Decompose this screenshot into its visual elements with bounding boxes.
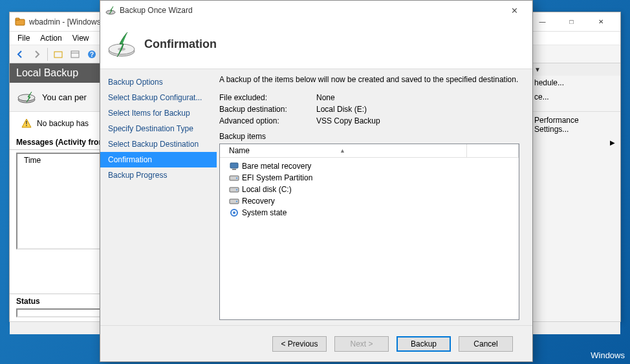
actions-pane-header: ▼ (529, 63, 620, 76)
backup-items-rows: Bare metal recoveryEFI System PartitionL… (220, 158, 519, 221)
wizard-icon (105, 5, 116, 16)
cancel-button[interactable]: Cancel (459, 336, 513, 352)
wizard-intro: A backup of the items below will now be … (219, 74, 519, 85)
separator (529, 105, 620, 112)
drive-icon (229, 184, 239, 195)
window-controls: — □ ✕ (528, 13, 615, 31)
chevron-down-icon[interactable]: ▼ (534, 66, 541, 73)
svg-rect-1 (16, 18, 19, 20)
name-column-header[interactable]: Name ▲ (220, 144, 467, 157)
kv-backup-dest: Backup destination: Local Disk (E:) (219, 105, 519, 114)
tb-help-button[interactable]: ? (84, 47, 100, 61)
wizard-step-2[interactable]: Select Items for Backup (100, 105, 217, 121)
no-backup-text: No backup has (37, 119, 89, 128)
wizard-big-icon (105, 28, 138, 61)
chevron-right-icon: ▶ (610, 139, 615, 146)
menu-file[interactable]: File (12, 32, 35, 44)
svg-text:?: ? (90, 51, 94, 58)
svg-text:!: ! (25, 120, 27, 127)
drive-icon (229, 196, 239, 206)
actions-pane: ▼ hedule... ce... Performance Settings..… (528, 63, 620, 321)
wizard-page-title: Confirmation (144, 37, 217, 51)
sort-asc-icon: ▲ (340, 147, 345, 154)
subheader-text: You can per (42, 92, 87, 102)
backup-once-wizard: Backup Once Wizard ✕ Confirmation Backup… (100, 0, 533, 362)
back-button[interactable] (12, 47, 28, 61)
wizard-step-6[interactable]: Backup Progress (100, 167, 217, 183)
wizard-step-0[interactable]: Backup Options (100, 74, 217, 90)
svg-point-19 (236, 177, 237, 178)
backup-item-label: EFI System Partition (242, 173, 312, 182)
backup-item-row[interactable]: Recovery (220, 195, 519, 207)
svg-rect-3 (71, 51, 79, 58)
empty-column-header[interactable] (467, 144, 519, 157)
advanced-option-value: VSS Copy Backup (316, 116, 380, 125)
forward-button[interactable] (29, 47, 45, 61)
backup-button[interactable]: Backup (396, 336, 451, 352)
action-more[interactable]: ▶ (529, 136, 620, 149)
separator (47, 48, 48, 61)
svg-point-25 (233, 211, 235, 214)
wizard-step-5: Confirmation (100, 152, 217, 167)
next-button: Next > (334, 336, 389, 352)
tb-btn-1[interactable] (50, 47, 66, 61)
backup-item-label: Local disk (C:) (242, 185, 292, 194)
wizard-header: Confirmation (100, 20, 532, 69)
drive-icon (229, 173, 239, 183)
menu-action[interactable]: Action (35, 32, 67, 44)
backup-item-label: Bare metal recovery (242, 162, 311, 171)
wizard-step-4[interactable]: Select Backup Destination (100, 136, 217, 152)
action-schedule[interactable]: hedule... (529, 76, 620, 90)
close-button[interactable]: ✕ (586, 13, 615, 31)
wizard-title: Backup Once Wizard (120, 6, 193, 15)
action-performance-settings[interactable]: Performance Settings... (529, 113, 620, 136)
backup-items-label: Backup items (219, 132, 519, 141)
wizard-content: A backup of the items below will now be … (217, 69, 532, 325)
wizard-step-1[interactable]: Select Backup Configurat... (100, 90, 217, 105)
wizard-close-button[interactable]: ✕ (501, 2, 527, 19)
action-once[interactable]: ce... (529, 90, 620, 104)
svg-rect-2 (54, 52, 62, 58)
file-excluded-value: None (316, 93, 335, 102)
file-excluded-label: File excluded: (219, 93, 316, 102)
advanced-option-label: Advanced option: (219, 116, 316, 125)
gear-icon (229, 208, 239, 218)
backup-dest-label: Backup destination: (219, 105, 316, 114)
wizard-step-3[interactable]: Specify Destination Type (100, 121, 217, 136)
app-icon (15, 17, 25, 27)
kv-file-excluded: File excluded: None (219, 93, 519, 102)
backup-item-row[interactable]: Local disk (C:) (220, 184, 519, 195)
svg-point-21 (236, 189, 237, 190)
wizard-titlebar[interactable]: Backup Once Wizard ✕ (100, 1, 532, 20)
svg-rect-16 (230, 163, 238, 168)
window-title: wbadmin - [Windows (29, 17, 101, 27)
maximize-button[interactable]: □ (557, 13, 586, 31)
previous-button[interactable]: < Previous (272, 336, 327, 352)
kv-advanced-option: Advanced option: VSS Copy Backup (219, 116, 519, 125)
backup-dest-value: Local Disk (E:) (316, 105, 367, 114)
backup-item-row[interactable]: EFI System Partition (220, 172, 519, 184)
backup-item-row[interactable]: System state (220, 207, 519, 219)
warning-icon: ! (21, 118, 32, 129)
backup-drive-icon (16, 87, 37, 107)
svg-point-10 (18, 94, 35, 101)
backup-item-label: Recovery (242, 197, 275, 206)
backup-item-label: System state (242, 208, 287, 217)
watermark: Windows (591, 350, 625, 360)
wizard-body: Backup OptionsSelect Backup Configurat..… (100, 69, 532, 325)
tb-btn-2[interactable] (67, 47, 83, 61)
wizard-nav: Backup OptionsSelect Backup Configurat..… (100, 69, 217, 325)
svg-point-23 (236, 200, 237, 202)
wizard-footer: < Previous Next > Backup Cancel (100, 325, 532, 361)
backup-item-row[interactable]: Bare metal recovery (220, 160, 519, 172)
backup-items-list: Name ▲ Bare metal recoveryEFI System Par… (219, 144, 519, 320)
menu-view[interactable]: View (67, 32, 94, 44)
computer-icon (229, 161, 239, 171)
svg-rect-17 (232, 169, 236, 170)
backup-items-header: Name ▲ (220, 144, 519, 158)
